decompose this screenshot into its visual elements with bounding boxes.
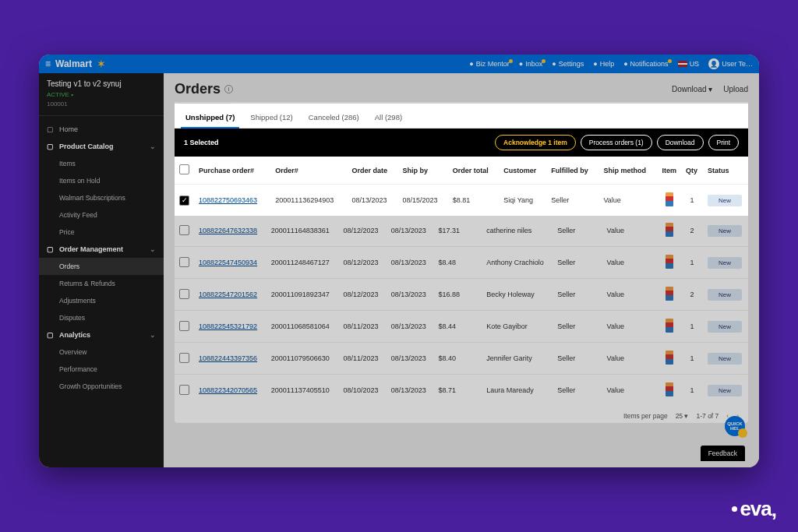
table-row: 10882254532179220001106858106408/11/2023…	[175, 311, 748, 343]
upload-link[interactable]: Upload	[723, 85, 748, 93]
ship-by: 08/13/2023	[387, 311, 434, 343]
order-total: $8.40	[433, 343, 482, 375]
col-checkbox	[175, 157, 194, 185]
topbar-biz-mentor[interactable]: ●Biz Mentor	[469, 60, 509, 68]
order-icon: ▢	[47, 245, 55, 253]
ship-by: 08/13/2023	[387, 343, 434, 375]
row-checkbox[interactable]	[179, 257, 189, 267]
topbar-help[interactable]: ●Help	[593, 60, 614, 68]
store-id: 100001	[47, 100, 156, 107]
order-number: 200011137405510	[267, 375, 339, 407]
eva-tail-icon: ,	[772, 498, 776, 522]
chevron-down-icon: ⌄	[150, 245, 156, 253]
process-orders-----button[interactable]: Process orders (1)	[581, 135, 652, 150]
download-menu[interactable]: Download ▾	[672, 85, 712, 93]
topbar-item-label: Settings	[559, 60, 584, 68]
row-checkbox[interactable]	[179, 353, 189, 363]
sidebar-item-walmart-subscriptions[interactable]: Walmart Subscriptions	[39, 189, 164, 206]
ship-method: Value	[602, 375, 658, 407]
item-thumb-icon	[666, 319, 673, 333]
po-link[interactable]: 108822443397356	[199, 354, 257, 362]
topbar-notifications[interactable]: ●Notifications	[623, 60, 668, 68]
item-thumb-icon	[666, 382, 673, 396]
order-number: 200011164838361	[267, 215, 339, 247]
fulfilled-by: Seller	[553, 343, 602, 375]
spark-icon: ✶	[97, 58, 106, 70]
per-page-select[interactable]: 25 ▾	[676, 412, 689, 420]
sidebar-item-home[interactable]: ▢Home	[39, 121, 164, 138]
sidebar-item-overview[interactable]: Overview	[39, 344, 164, 361]
row-checkbox[interactable]	[179, 321, 189, 331]
sidebar-item-orders[interactable]: Orders	[39, 258, 164, 275]
status-badge: New	[708, 321, 742, 333]
sidebar-item-price[interactable]: Price	[39, 224, 164, 241]
sidebar-item-adjustments[interactable]: Adjustments	[39, 292, 164, 309]
tab-canceled[interactable]: Canceled (286)	[307, 110, 361, 128]
page-header: Orders i Download ▾ Upload	[175, 81, 748, 97]
row-checkbox[interactable]: ✓	[179, 196, 189, 206]
po-link[interactable]: 108822647632338	[199, 227, 257, 234]
order-number: 200011079506630	[267, 343, 339, 375]
topbar-user-te-[interactable]: 👤User Te…	[708, 58, 753, 69]
hamburger-icon[interactable]: ≡	[45, 58, 51, 69]
topbar-inbox[interactable]: ●Inbox	[519, 60, 542, 68]
order-total: $8.48	[433, 247, 482, 279]
tab-all[interactable]: All (298)	[373, 110, 404, 128]
col-customer: Customer	[499, 157, 546, 185]
po-link[interactable]: 108822547201562	[199, 291, 257, 298]
quick-help-button[interactable]: QUICK HEL	[725, 416, 745, 436]
order-date: 08/13/2023	[348, 185, 398, 217]
header-actions: Download ▾ Upload	[672, 85, 748, 93]
sidebar-item-order-management[interactable]: ▢Order Management⌄	[39, 241, 164, 258]
sidebar-item-items[interactable]: Items	[39, 155, 164, 172]
select-all-checkbox[interactable]	[179, 164, 189, 174]
info-icon[interactable]: i	[224, 85, 233, 93]
badge-dot-icon	[542, 59, 546, 63]
row-checkbox[interactable]	[179, 385, 189, 395]
topbar-settings[interactable]: ●Settings	[552, 60, 584, 68]
ship-method: Value	[602, 311, 658, 343]
sidebar-item-growth-opportunities[interactable]: Growth Opportunities	[39, 378, 164, 395]
ship-method: Value	[602, 247, 658, 279]
row-checkbox[interactable]	[179, 225, 189, 235]
sidebar-item-disputes[interactable]: Disputes	[39, 309, 164, 326]
sidebar-nav: ▢Home▢Product Catalog⌄ItemsItems on Hold…	[39, 116, 164, 400]
sidebar-item-activity-feed[interactable]: Activity Feed	[39, 206, 164, 224]
po-link[interactable]: 108822750693463	[199, 196, 257, 204]
ship-method: Value	[598, 185, 657, 217]
flag-icon	[678, 61, 687, 67]
sidebar-item-performance[interactable]: Performance	[39, 361, 164, 378]
po-link[interactable]: 108822342070565	[199, 386, 257, 394]
topbar-item-label: Biz Mentor	[476, 60, 510, 68]
table-row: 10882254720156220001109189234708/12/2023…	[175, 279, 748, 311]
sidebar-item-product-catalog[interactable]: ▢Product Catalog⌄	[39, 138, 164, 155]
customer-name: Becky Holeway	[482, 279, 553, 311]
topbar-actions: ●Biz Mentor●Inbox●Settings●Help●Notifica…	[469, 58, 753, 69]
po-link[interactable]: 108822547450934	[199, 259, 257, 266]
topbar-us[interactable]: US	[678, 60, 700, 68]
fulfilled-by: Seller	[553, 311, 602, 343]
po-link[interactable]: 108822545321792	[199, 322, 257, 330]
badge-dot-icon	[509, 59, 513, 63]
pagination: Items per page 25 ▾ 1-7 of 7 ‹ ›	[175, 406, 748, 423]
order-date: 08/11/2023	[338, 311, 386, 343]
status-badge: New	[708, 257, 742, 269]
sidebar-item-analytics[interactable]: ▢Analytics⌄	[39, 326, 164, 344]
ship-by: 08/13/2023	[387, 215, 434, 247]
sidebar-item-returns---refunds[interactable]: Returns & Refunds	[39, 275, 164, 292]
tab-shipped[interactable]: Shipped (12)	[249, 110, 294, 128]
customer-name: Laura Maready	[482, 375, 553, 407]
acknowledge---item-button[interactable]: Acknowledge 1 item	[495, 135, 576, 150]
download-button[interactable]: Download	[657, 135, 704, 150]
status-badge: New	[708, 225, 742, 237]
tab-unshipped[interactable]: Unshipped (7)	[184, 110, 236, 128]
print-button[interactable]: Print	[708, 135, 739, 150]
feedback-button[interactable]: Feedback	[701, 446, 745, 461]
order-total: $16.88	[433, 279, 482, 311]
sidebar-item-items-on-hold[interactable]: Items on Hold	[39, 172, 164, 189]
topbar-brand[interactable]: ≡ Walmart ✶	[45, 58, 106, 70]
eva-dot-icon	[732, 506, 737, 512]
bell-icon: ●	[623, 60, 627, 68]
order-total: $8.71	[433, 375, 482, 407]
row-checkbox[interactable]	[179, 289, 189, 299]
